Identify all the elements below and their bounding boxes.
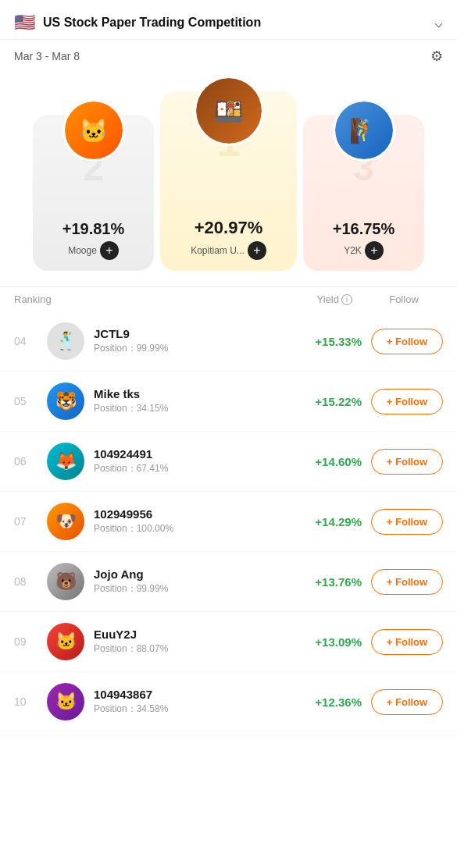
row-info: 102949956 Position：100.00% (94, 507, 307, 535)
table-header: Ranking Yield i Follow (0, 286, 457, 311)
row-yield: +13.76% (307, 575, 362, 589)
flag-icon: 🇺🇸 (14, 12, 35, 33)
table-row: 08 🐻 Jojo Ang Position：99.99% +13.76% + … (0, 552, 457, 612)
col-header-follow: Follow (365, 293, 443, 305)
table-row: 04 🕺 JCTL9 Position：99.99% +15.33% + Fol… (0, 311, 457, 372)
app-header: 🇺🇸 US Stock Paper Trading Competition ⌵ (0, 0, 457, 40)
row-position: Position：99.99% (94, 342, 307, 355)
row-rank: 05 (14, 395, 37, 407)
row-avatar: 🕺 (47, 322, 84, 360)
row-rank: 04 (14, 335, 37, 347)
row-rank: 07 (14, 515, 37, 528)
row-position: Position：88.07% (94, 642, 307, 656)
follow-button[interactable]: + Follow (371, 449, 443, 475)
yield-third: +16.75% (333, 220, 395, 238)
row-yield: +12.36% (307, 695, 362, 709)
row-name: JCTL9 (94, 327, 307, 340)
table-row: 06 🦊 104924491 Position：67.41% +14.60% +… (0, 432, 457, 492)
follow-button[interactable]: + Follow (371, 329, 443, 354)
follow-btn-first[interactable]: + (248, 241, 266, 260)
row-yield: +15.22% (307, 395, 362, 408)
date-range: Mar 3 - Mar 8 (14, 50, 80, 62)
row-info: JCTL9 Position：99.99% (94, 327, 307, 355)
row-info: EuuY2J Position：88.07% (94, 628, 307, 656)
row-name: EuuY2J (94, 628, 307, 641)
row-yield: +14.60% (307, 455, 362, 468)
row-position: Position：34.15% (94, 402, 307, 415)
row-info: Jojo Ang Position：99.99% (94, 567, 307, 596)
follow-button[interactable]: + Follow (371, 689, 443, 715)
row-avatar: 🐻 (47, 563, 84, 600)
avatar-second: 🐱 (62, 99, 125, 162)
avatar-image-third: 🧗 (335, 101, 393, 159)
name-row-first: Kopitiam U... + (191, 241, 266, 260)
name-row-third: Y2K + (344, 241, 384, 260)
name-third: Y2K (344, 245, 362, 256)
row-rank: 06 (14, 455, 37, 468)
filter-icon[interactable]: ⚙ (430, 48, 443, 65)
row-rank: 08 (14, 575, 37, 588)
podium-section: 2 🐱 +19.81% Mooge + 1 🍱 +20.97% Kopitiam… (0, 76, 457, 286)
row-yield: +13.09% (307, 635, 362, 649)
row-avatar: 🦊 (47, 443, 84, 480)
row-avatar: 🐯 (47, 382, 84, 420)
row-position: Position：99.99% (94, 582, 307, 596)
follow-button[interactable]: + Follow (371, 389, 443, 414)
table-row: 10 🐱 104943867 Position：34.58% +12.36% +… (0, 672, 457, 732)
follow-btn-second[interactable]: + (100, 241, 119, 260)
podium-first: 1 🍱 +20.97% Kopitiam U... + (160, 91, 297, 271)
podium-third: 3 🧗 +16.75% Y2K + (303, 115, 424, 271)
row-name: 104924491 (94, 447, 307, 461)
table-row: 05 🐯 Mike tks Position：34.15% +15.22% + … (0, 372, 457, 432)
row-name: 104943867 (94, 688, 307, 701)
row-avatar: 🐱 (47, 683, 84, 720)
competition-title: US Stock Paper Trading Competition (43, 16, 261, 30)
header-left: 🇺🇸 US Stock Paper Trading Competition (14, 12, 261, 33)
row-name: Jojo Ang (94, 567, 307, 581)
date-row: Mar 3 - Mar 8 ⚙ (0, 40, 457, 76)
col-header-yield: Yield i (317, 293, 352, 305)
follow-button[interactable]: + Follow (371, 569, 443, 595)
avatar-first: 🍱 (194, 76, 264, 146)
row-yield: +15.33% (307, 335, 362, 348)
name-row-second: Mooge + (68, 241, 119, 260)
row-name: 102949956 (94, 507, 307, 521)
row-rank: 09 (14, 635, 37, 648)
podium-second: 2 🐱 +19.81% Mooge + (33, 115, 154, 271)
trader-list: 04 🕺 JCTL9 Position：99.99% +15.33% + Fol… (0, 311, 457, 732)
row-avatar: 🐱 (47, 623, 84, 660)
row-info: 104924491 Position：67.41% (94, 447, 307, 475)
row-yield: +14.29% (307, 515, 362, 528)
row-info: 104943867 Position：34.58% (94, 688, 307, 716)
yield-first: +20.97% (195, 218, 262, 238)
follow-button[interactable]: + Follow (371, 629, 443, 655)
row-rank: 10 (14, 695, 37, 708)
row-position: Position：34.58% (94, 703, 307, 716)
yield-info-icon[interactable]: i (341, 294, 352, 305)
table-row: 09 🐱 EuuY2J Position：88.07% +13.09% + Fo… (0, 612, 457, 672)
chevron-down-icon[interactable]: ⌵ (434, 14, 443, 31)
yield-second: +19.81% (62, 220, 125, 238)
row-avatar: 🐶 (47, 503, 84, 540)
follow-button[interactable]: + Follow (371, 509, 443, 535)
name-first: Kopitiam U... (191, 245, 245, 256)
row-position: Position：67.41% (94, 462, 307, 475)
row-info: Mike tks Position：34.15% (94, 387, 307, 415)
name-second: Mooge (68, 245, 97, 256)
avatar-image-first: 🍱 (196, 78, 262, 144)
table-row: 07 🐶 102949956 Position：100.00% +14.29% … (0, 492, 457, 552)
row-name: Mike tks (94, 387, 307, 400)
avatar-third: 🧗 (333, 99, 395, 162)
avatar-image-second: 🐱 (65, 101, 123, 159)
follow-btn-third[interactable]: + (365, 241, 384, 260)
row-position: Position：100.00% (94, 522, 307, 535)
col-header-ranking: Ranking (14, 293, 49, 305)
